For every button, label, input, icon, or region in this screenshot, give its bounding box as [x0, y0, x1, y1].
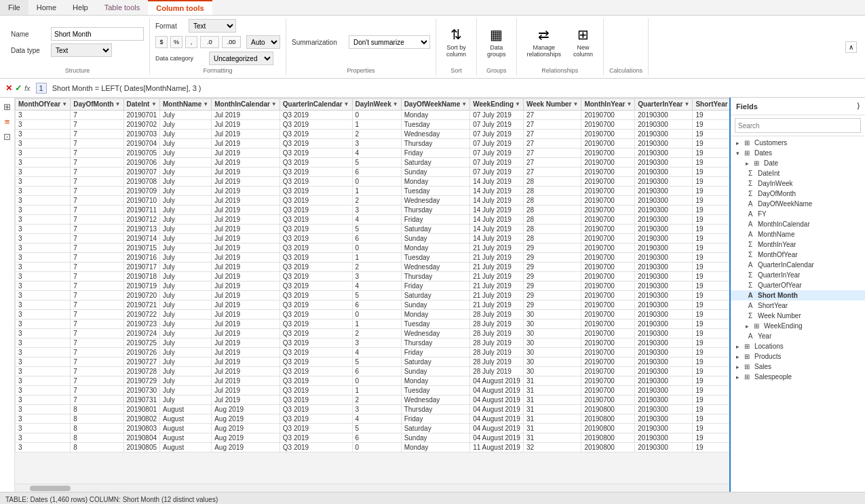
tab-home[interactable]: Home [28, 0, 64, 15]
confirm-formula-button[interactable]: ✓ [15, 83, 22, 93]
dollar-button[interactable]: $ [155, 36, 168, 48]
table-row: 3720190726JulyJul 2019Q3 20194Friday28 J… [16, 348, 730, 357]
comma-button[interactable]: , [185, 36, 197, 48]
sort-by-column-button[interactable]: ⇅ Sort by column [442, 23, 471, 61]
expand-arrow[interactable]: ▸ [736, 364, 739, 370]
field-item-monthofyear[interactable]: ΣMonthOfYear [731, 250, 865, 260]
decrease-decimal-button[interactable]: .00 [222, 36, 241, 48]
expand-arrow[interactable]: ▸ [736, 343, 739, 350]
table-cell: 20190300 [635, 272, 693, 282]
format-select[interactable]: Text [189, 19, 236, 33]
table-cell: Q3 2019 [280, 291, 352, 301]
field-item-monthinyear[interactable]: ΣMonthInYear [731, 239, 865, 250]
field-item-locations[interactable]: ▸⊞Locations [731, 341, 865, 351]
table-cell: Thursday [401, 139, 470, 149]
left-icon-report[interactable]: ⊞ [1, 100, 14, 113]
tab-table-tools[interactable]: Table tools [96, 0, 149, 15]
filter-quarterinyear[interactable]: ▼ [684, 101, 689, 107]
manage-relationships-button[interactable]: ⇄ Manage relationships [522, 23, 566, 61]
properties-controls: Summarization Don't summarize [292, 18, 430, 66]
field-item-year[interactable]: AYear [731, 331, 865, 341]
table-cell: 3 [16, 120, 71, 130]
table-cell: 7 [71, 367, 123, 376]
table-cell: 20190719 [123, 282, 160, 291]
increase-decimal-button[interactable]: .0 [200, 36, 219, 48]
left-icon-data[interactable]: ≡ [1, 115, 14, 128]
table-cell: Q3 2019 [280, 206, 352, 215]
datacategory-select[interactable]: Uncategorized [209, 52, 273, 65]
field-item-quarterincalendar[interactable]: AQuarterInCalendar [731, 260, 865, 270]
field-item-fy[interactable]: AFY [731, 209, 865, 219]
field-item-salespeople[interactable]: ▸⊞Salespeople [731, 372, 865, 382]
filter-monthinyear[interactable]: ▼ [626, 101, 632, 107]
table-cell: July [160, 215, 212, 225]
expand-arrow[interactable]: ▾ [736, 150, 739, 157]
scroll-thumb[interactable] [30, 486, 71, 491]
tab-column-tools[interactable]: Column tools [148, 0, 212, 15]
filter-weekending[interactable]: ▼ [515, 101, 520, 107]
filter-weeknumber[interactable]: ▼ [573, 101, 578, 107]
field-item-products[interactable]: ▸⊞Products [731, 351, 865, 362]
field-item-quarterinyear[interactable]: ΣQuarterInYear [731, 270, 865, 280]
expand-arrow[interactable]: ▸ [746, 323, 749, 330]
name-input[interactable] [51, 27, 144, 41]
filter-quarterincalendar[interactable]: ▼ [344, 101, 349, 107]
ribbon-group-calculations: Calculations [604, 18, 649, 75]
table-cell: Wednesday [401, 130, 470, 139]
expand-arrow[interactable]: ▸ [736, 353, 739, 360]
table-cell: 3 [16, 158, 71, 168]
field-item-dayofmonth[interactable]: ΣDayOfMonth [731, 189, 865, 199]
field-item-shortyear[interactable]: AShortYear [731, 301, 865, 311]
table-cell: July [160, 348, 212, 357]
filter-dayofmonth[interactable]: ▼ [115, 101, 121, 107]
field-item-shortmonth[interactable]: AShort Month [731, 290, 865, 301]
table-cell: July [160, 329, 212, 338]
filter-monthname[interactable]: ▼ [203, 101, 208, 107]
formula-input[interactable] [52, 84, 860, 92]
table-cell: 7 [71, 272, 123, 282]
field-item-dayofweekname[interactable]: ADayOfWeekName [731, 199, 865, 209]
left-icon-model[interactable]: ⊡ [1, 130, 14, 142]
tab-help[interactable]: Help [64, 0, 96, 15]
field-item-sales[interactable]: ▸⊞Sales [731, 362, 865, 372]
horizontal-scrollbar[interactable] [15, 484, 729, 492]
field-item-dayinweek[interactable]: ΣDayInWeek [731, 178, 865, 189]
filter-monthofyear[interactable]: ▼ [62, 101, 67, 107]
filter-monthincalendar[interactable]: ▼ [271, 101, 277, 107]
expand-arrow[interactable]: ▸ [736, 374, 739, 381]
field-item-weekending[interactable]: ▸⊞WeekEnding [731, 321, 865, 331]
field-item-dates[interactable]: ▾⊞Dates [731, 148, 865, 158]
col-header-monthinyear: MonthInYear▼ [581, 98, 635, 110]
table-cell: 7 [71, 301, 123, 310]
summarization-select[interactable]: Don't summarize [349, 35, 430, 49]
percent-button[interactable]: % [170, 36, 182, 48]
field-item-quarterofyear[interactable]: ΣQuarterOfYear [731, 280, 865, 290]
auto-select[interactable]: Auto [246, 35, 280, 49]
field-item-weeknumber[interactable]: ΣWeek Number [731, 311, 865, 321]
filter-dateint[interactable]: ▼ [151, 101, 157, 107]
cancel-formula-button[interactable]: ✕ [5, 83, 12, 93]
grid-container[interactable]: MonthOfYear▼ DayOfMonth▼ DateInt▼ MonthN… [15, 98, 729, 484]
field-item-monthname[interactable]: AMonthName [731, 229, 865, 239]
table-cell: 20190300 [635, 234, 693, 244]
table-cell: Jul 2019 [212, 253, 280, 263]
fields-panel-expand[interactable]: ⟩ [857, 102, 860, 111]
data-groups-button[interactable]: ▦ Data groups [482, 23, 511, 61]
filter-dayofweekname[interactable]: ▼ [461, 101, 467, 107]
fields-search-input[interactable] [735, 118, 861, 133]
ribbon-collapse-button[interactable]: ∧ [845, 41, 857, 53]
tab-file[interactable]: File [0, 0, 28, 15]
field-item-monthincalendar[interactable]: AMonthInCalendar [731, 219, 865, 229]
table-cell: Q3 2019 [280, 338, 352, 348]
field-item-dateint[interactable]: ΣDateInt [731, 168, 865, 178]
new-column-button[interactable]: ⊞ New column [569, 23, 598, 61]
table-cell: 20190300 [635, 158, 693, 168]
field-item-customers[interactable]: ▸⊞Customers [731, 138, 865, 148]
filter-dayinweek[interactable]: ▼ [393, 101, 398, 107]
datatype-select[interactable]: Text [51, 43, 112, 57]
expand-arrow[interactable]: ▸ [746, 160, 749, 167]
field-item-date[interactable]: ▸⊞Date [731, 158, 865, 168]
table-cell: 21 July 2019 [470, 263, 524, 272]
expand-arrow[interactable]: ▸ [736, 140, 739, 147]
fields-panel-header: Fields ⟩ [731, 98, 865, 115]
